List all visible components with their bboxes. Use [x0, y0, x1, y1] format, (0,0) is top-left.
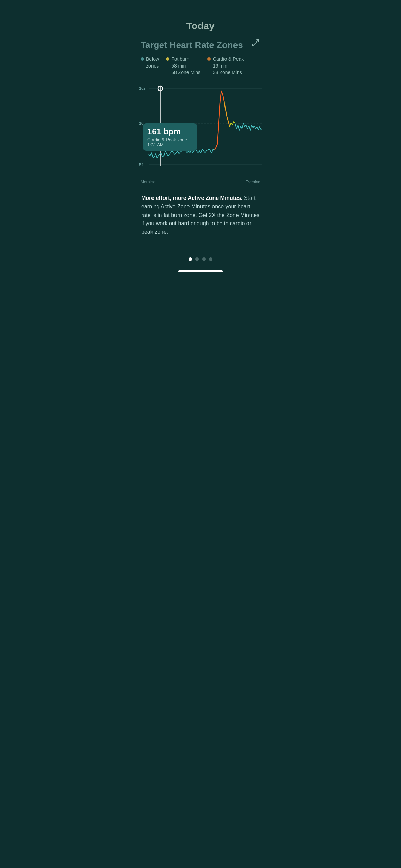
- x-label-evening: Evening: [246, 180, 260, 184]
- pagination-dots: [134, 247, 267, 268]
- tooltip-time: 1:31 AM: [147, 142, 193, 147]
- pagination-dot-3[interactable]: [202, 257, 206, 261]
- heart-rate-tooltip: 161 bpm Cardio & Peak zone 1:31 AM: [143, 123, 197, 151]
- home-indicator: [178, 270, 223, 272]
- pagination-dot-1[interactable]: [189, 257, 192, 261]
- legend-dot-below: [141, 57, 144, 61]
- tooltip-zone: Cardio & Peak zone: [147, 137, 193, 142]
- header: Today: [134, 0, 267, 40]
- section-title: Target Heart Rate Zones: [134, 40, 267, 50]
- expand-button[interactable]: [250, 38, 261, 49]
- expand-icon: [252, 39, 259, 48]
- info-text-bold: More effort, more Active Zone Minutes.: [141, 195, 242, 201]
- svg-line-1: [253, 43, 255, 46]
- info-text: More effort, more Active Zone Minutes. S…: [134, 184, 267, 243]
- legend-item-cardio: Cardio & Peak19 min38 Zone Mins: [207, 56, 244, 76]
- svg-text:162: 162: [139, 86, 145, 91]
- legend-label-cardio: Cardio & Peak19 min38 Zone Mins: [213, 56, 244, 76]
- legend-label-below: Belowzones: [146, 56, 159, 69]
- pagination-dot-4[interactable]: [209, 257, 212, 261]
- x-label-morning: Morning: [141, 180, 155, 184]
- svg-line-0: [256, 40, 259, 43]
- title-underline: [183, 34, 218, 34]
- legend-dot-fatburn: [166, 57, 169, 61]
- legend-item-fatburn: Fat burn58 min58 Zone Mins: [166, 56, 200, 76]
- tooltip-bpm: 161 bpm: [147, 127, 193, 136]
- legend-label-fatburn: Fat burn58 min58 Zone Mins: [171, 56, 200, 76]
- page-title: Today: [134, 21, 267, 32]
- legend-item-below: Belowzones: [141, 56, 159, 76]
- svg-text:54: 54: [139, 162, 143, 167]
- info-text-normal: Start earning Active Zone Minutes once y…: [141, 195, 259, 235]
- pagination-dot-2[interactable]: [195, 257, 199, 261]
- heart-rate-chart[interactable]: 162 108 54 161 bpm Cardio & Peak z: [139, 82, 262, 178]
- legend-dot-cardio: [207, 57, 211, 61]
- chart-x-labels: Morning Evening: [134, 178, 267, 184]
- legend: Belowzones Fat burn58 min58 Zone Mins Ca…: [134, 56, 267, 76]
